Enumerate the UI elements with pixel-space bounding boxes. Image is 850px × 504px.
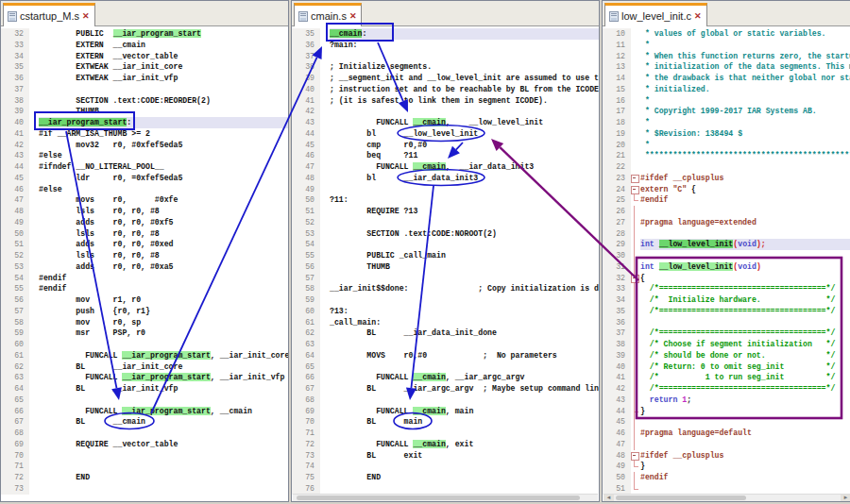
code-line: 16 * [603, 95, 850, 107]
line-number: 67 [1, 416, 29, 428]
code-line: 52 [292, 217, 599, 228]
code-line: 51 REQUIRE ?13 [292, 206, 599, 217]
scrollbar-thumb[interactable] [297, 496, 580, 500]
fold-margin [29, 184, 39, 195]
line-number: 65 [292, 361, 320, 373]
code-area[interactable]: 32 PUBLIC __iar_program_start33 EXTERN _… [1, 26, 288, 501]
fold-margin [29, 283, 39, 294]
line-number: 75 [292, 472, 320, 483]
line-number: 66 [292, 372, 320, 383]
line-number: 73 [292, 450, 320, 462]
line-number: 69 [292, 406, 320, 417]
line-number: 33 [603, 283, 631, 294]
code-line: 41 /* 1 to run seg_init */ [603, 372, 850, 383]
line-number: 61 [292, 317, 320, 328]
fold-margin [320, 250, 330, 261]
code-line: 44 bl __low_level_init [292, 128, 599, 140]
code-line: 50?11: [292, 194, 599, 206]
fold-margin [320, 239, 330, 250]
code-line: 53 SECTION .text:CODE:NOROOT(2) [292, 228, 599, 240]
line-number: 71 [1, 461, 29, 472]
tab-label: cstartup_M.s [20, 10, 79, 22]
code-line: 47 [603, 439, 850, 450]
fold-margin [29, 306, 39, 317]
code-area[interactable]: 10 * values of global or static variable… [603, 26, 850, 501]
fold-margin [29, 217, 39, 228]
line-number: 21 [603, 150, 631, 161]
fold-margin [320, 206, 330, 217]
editor-pane-low-level-init: low_level_init.c ✕ 10 * values of global… [602, 0, 850, 502]
code-line: 51 adds r0, r0, #0xed [1, 239, 288, 250]
tab-label: cmain.s [311, 10, 347, 22]
fold-margin [29, 416, 39, 428]
code-line: 24extern "C" { [603, 184, 850, 195]
line-number: 42 [1, 140, 29, 151]
code-line: 65 [292, 361, 599, 373]
code-line: 21 *************************************… [603, 150, 850, 161]
code-line: 55 PUBLIC _call_main [292, 250, 599, 261]
scroll-right-arrow[interactable]: ► [841, 495, 850, 501]
close-icon[interactable]: ✕ [694, 12, 702, 21]
line-number: 67 [292, 383, 320, 395]
horizontal-scrollbar[interactable] [293, 494, 598, 501]
code-line: 28 [603, 228, 850, 240]
close-icon[interactable]: ✕ [82, 12, 90, 21]
fold-margin [320, 40, 330, 51]
fold-margin [631, 328, 640, 339]
line-number: 53 [292, 228, 320, 240]
code-line: 44} [603, 406, 850, 417]
fold-margin [29, 117, 39, 128]
line-number: 55 [1, 283, 29, 294]
code-area[interactable]: 35__cmain:36?main:3738; Initialize segme… [292, 26, 599, 501]
line-number: 40 [603, 361, 631, 373]
code-line: 40; instruction set and to be reachable … [292, 84, 599, 95]
code-line: 59 [292, 294, 599, 306]
code-line: 71 [1, 461, 288, 472]
code-line: 10 * values of global or static variable… [603, 28, 850, 40]
fold-margin[interactable] [631, 273, 640, 284]
line-number: 72 [1, 472, 29, 483]
code-line: 62 BL __iar_data_init_done [292, 328, 599, 339]
line-number: 45 [1, 173, 29, 184]
fold-margin [320, 73, 330, 84]
fold-margin [320, 283, 330, 294]
line-number: 59 [1, 328, 29, 339]
fold-margin [29, 472, 39, 483]
code-line: 61_call_main: [292, 317, 599, 328]
fold-margin [29, 194, 39, 206]
fold-margin [320, 61, 330, 73]
code-line: 70 [1, 450, 288, 462]
file-icon [609, 11, 619, 22]
code-line: 65 [1, 395, 288, 406]
horizontal-scrollbar[interactable]: ◄ ► [604, 494, 850, 501]
fold-margin [320, 84, 330, 95]
fold-margin[interactable] [631, 173, 640, 184]
tab-cstartup[interactable]: cstartup_M.s ✕ [3, 3, 95, 26]
scrollbar-thumb[interactable] [616, 496, 746, 500]
fold-margin [29, 140, 39, 151]
line-number: 50 [603, 472, 631, 483]
fold-margin [631, 206, 640, 217]
tab-low-level-init[interactable]: low_level_init.c ✕ [604, 3, 707, 26]
fold-margin[interactable] [631, 184, 640, 195]
line-number: 14 [603, 73, 631, 84]
fold-margin[interactable] [631, 450, 640, 462]
code-line: 59 msr PSP, r0 [1, 328, 288, 339]
fold-margin [320, 472, 330, 483]
code-line: 17 * Copyright 1999-2017 IAR Systems AB. [603, 106, 850, 117]
fold-margin [631, 106, 640, 117]
tab-bar: low_level_init.c ✕ [603, 1, 850, 26]
close-icon[interactable]: ✕ [349, 12, 357, 21]
line-number: 44 [603, 406, 631, 417]
code-line: 36?main: [292, 40, 599, 51]
code-line: 39 THUMB [1, 106, 288, 117]
scroll-left-arrow[interactable]: ◄ [604, 495, 614, 501]
line-number: 54 [292, 239, 320, 250]
code-line: 73 BL exit [292, 450, 599, 462]
fold-margin [29, 128, 39, 140]
fold-margin [631, 217, 640, 228]
tab-cmain[interactable]: cmain.s ✕ [294, 3, 362, 26]
code-line: 38 /* Choose if segment initialization *… [603, 339, 850, 350]
fold-margin [320, 161, 330, 173]
fold-margin [320, 217, 330, 228]
